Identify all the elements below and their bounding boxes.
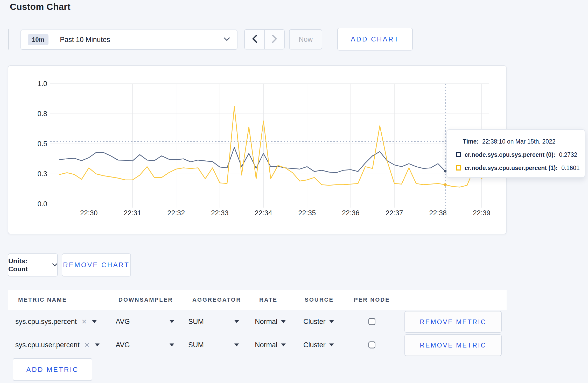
caret-down-icon bbox=[281, 320, 286, 323]
caret-down-icon bbox=[329, 344, 334, 346]
svg-text:22:31: 22:31 bbox=[124, 209, 141, 217]
metric-name-select[interactable]: sys.cpu.sys.percent ✕ bbox=[15, 318, 97, 326]
tooltip-series-row: cr.node.sys.cpu.user.percent (1): 0.1601 bbox=[456, 163, 585, 173]
rate-value: Normal bbox=[255, 341, 277, 349]
tooltip-series-label: cr.node.sys.cpu.sys.percent (0): bbox=[465, 151, 555, 158]
units-label: Units: Count bbox=[8, 257, 48, 273]
source-value: Cluster bbox=[303, 318, 326, 326]
remove-metric-button[interactable]: REMOVE METRIC bbox=[404, 311, 502, 333]
col-aggregator: AGGREGATOR bbox=[192, 296, 241, 303]
per-node-checkbox[interactable] bbox=[368, 318, 375, 325]
chart-tooltip: Time: 22:38:10 on Mar 15th, 2022 cr.node… bbox=[446, 129, 585, 178]
svg-text:0.0: 0.0 bbox=[37, 200, 47, 208]
remove-chart-label: REMOVE CHART bbox=[63, 261, 130, 269]
series-user-swatch-icon bbox=[456, 165, 461, 171]
source-select[interactable]: Cluster bbox=[303, 341, 334, 349]
col-downsampler: DOWNSAMPLER bbox=[118, 296, 173, 303]
tooltip-time-label: Time: bbox=[463, 138, 479, 145]
col-per-node: PER NODE bbox=[354, 296, 390, 303]
add-chart-button[interactable]: ADD CHART bbox=[337, 28, 413, 51]
timeseries-chart[interactable]: 0.00.30.50.81.022:3022:3122:3222:3322:34… bbox=[8, 66, 506, 234]
col-metric-name: METRIC NAME bbox=[18, 296, 67, 303]
tooltip-series-value: 0.1601 bbox=[561, 165, 579, 172]
svg-text:0.5: 0.5 bbox=[37, 140, 47, 148]
tooltip-series-row: cr.node.sys.cpu.sys.percent (0): 0.2732 bbox=[456, 150, 585, 160]
series-sys-swatch-icon bbox=[456, 152, 461, 157]
tooltip-series-label: cr.node.sys.cpu.user.percent (1): bbox=[465, 165, 558, 172]
svg-text:22:34: 22:34 bbox=[255, 209, 272, 217]
col-source: SOURCE bbox=[305, 296, 334, 303]
page-title: Custom Chart bbox=[10, 2, 71, 12]
downsampler-select[interactable]: AVG bbox=[116, 341, 174, 349]
toolbar-accent-divider bbox=[8, 29, 9, 49]
aggregator-value: SUM bbox=[188, 341, 204, 349]
metrics-table-header: METRIC NAME DOWNSAMPLER AGGREGATOR RATE … bbox=[8, 290, 507, 310]
svg-text:22:30: 22:30 bbox=[80, 209, 98, 217]
downsampler-value: AVG bbox=[116, 318, 130, 326]
svg-text:22:39: 22:39 bbox=[473, 209, 491, 217]
per-node-checkbox[interactable] bbox=[368, 342, 375, 349]
prev-time-button[interactable] bbox=[245, 30, 265, 49]
tooltip-time-value: 22:38:10 on Mar 15th, 2022 bbox=[482, 138, 556, 145]
rate-select[interactable]: Normal bbox=[255, 341, 286, 349]
downsampler-select[interactable]: AVG bbox=[116, 318, 174, 326]
next-time-button[interactable] bbox=[265, 30, 284, 49]
svg-text:22:38: 22:38 bbox=[429, 209, 447, 217]
caret-down-icon bbox=[329, 320, 334, 323]
time-pager bbox=[244, 29, 285, 49]
remove-metric-label: REMOVE METRIC bbox=[420, 342, 486, 349]
svg-text:22:36: 22:36 bbox=[342, 209, 360, 217]
rate-select[interactable]: Normal bbox=[255, 318, 286, 326]
remove-metric-label: REMOVE METRIC bbox=[420, 318, 486, 326]
caret-down-icon bbox=[234, 344, 239, 346]
aggregator-value: SUM bbox=[188, 318, 204, 326]
caret-down-icon bbox=[170, 320, 174, 323]
tooltip-series-value: 0.2732 bbox=[559, 151, 577, 158]
remove-chart-button[interactable]: REMOVE CHART bbox=[62, 253, 131, 276]
aggregator-select[interactable]: SUM bbox=[188, 341, 239, 349]
clear-metric-icon[interactable]: ✕ bbox=[81, 318, 87, 325]
chart-card: 0.00.30.50.81.022:3022:3122:3222:3322:34… bbox=[8, 65, 507, 234]
caret-down-icon bbox=[170, 344, 174, 346]
chevron-down-icon bbox=[52, 263, 57, 267]
units-dropdown[interactable]: Units: Count bbox=[8, 253, 58, 276]
downsampler-value: AVG bbox=[116, 341, 130, 349]
metric-name-value: sys.cpu.user.percent bbox=[15, 341, 80, 349]
svg-text:1.0: 1.0 bbox=[37, 80, 47, 88]
tooltip-time-row: Time: 22:38:10 on Mar 15th, 2022 bbox=[456, 136, 585, 147]
col-rate: RATE bbox=[259, 296, 277, 303]
add-metric-label: ADD METRIC bbox=[26, 366, 79, 374]
source-select[interactable]: Cluster bbox=[303, 318, 334, 326]
metric-row: sys.cpu.sys.percent ✕ AVG SUM Normal Clu… bbox=[8, 310, 507, 333]
metric-name-select[interactable]: sys.cpu.user.percent ✕ bbox=[15, 341, 100, 349]
svg-text:0.3: 0.3 bbox=[37, 170, 47, 178]
time-window-label: Past 10 Minutes bbox=[60, 36, 110, 44]
chevron-left-icon bbox=[252, 34, 257, 44]
chevron-right-icon bbox=[272, 34, 277, 44]
aggregator-select[interactable]: SUM bbox=[188, 318, 239, 326]
add-metric-button[interactable]: ADD METRIC bbox=[13, 358, 92, 381]
time-window-dropdown[interactable]: 10m Past 10 Minutes bbox=[20, 30, 237, 50]
caret-down-icon bbox=[234, 320, 239, 323]
add-chart-label: ADD CHART bbox=[351, 35, 399, 43]
caret-down-icon bbox=[95, 344, 100, 346]
svg-text:22:32: 22:32 bbox=[167, 209, 185, 217]
chevron-down-icon bbox=[223, 37, 230, 42]
source-value: Cluster bbox=[303, 341, 326, 349]
rate-value: Normal bbox=[255, 318, 277, 326]
remove-metric-button[interactable]: REMOVE METRIC bbox=[404, 334, 502, 356]
caret-down-icon bbox=[92, 320, 97, 323]
svg-text:22:33: 22:33 bbox=[211, 209, 229, 217]
svg-text:22:37: 22:37 bbox=[386, 209, 403, 217]
metric-row: sys.cpu.user.percent ✕ AVG SUM Normal Cl… bbox=[8, 333, 507, 357]
metric-name-value: sys.cpu.sys.percent bbox=[15, 318, 77, 326]
time-window-badge: 10m bbox=[28, 34, 48, 45]
now-button[interactable]: Now bbox=[289, 29, 322, 49]
clear-metric-icon[interactable]: ✕ bbox=[84, 341, 90, 349]
svg-text:0.8: 0.8 bbox=[37, 110, 47, 118]
svg-text:22:35: 22:35 bbox=[298, 209, 316, 217]
caret-down-icon bbox=[281, 344, 286, 346]
